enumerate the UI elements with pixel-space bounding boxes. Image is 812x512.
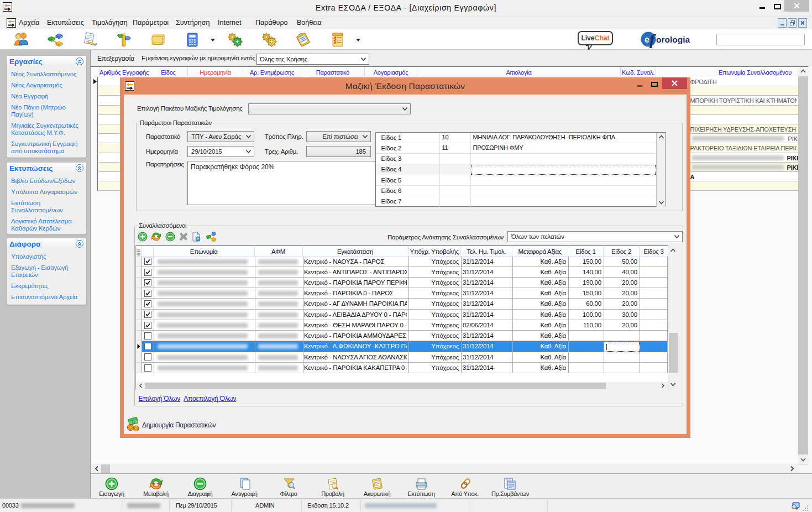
svg-text:e: e xyxy=(645,35,649,44)
svg-text:orologia: orologia xyxy=(656,35,690,44)
